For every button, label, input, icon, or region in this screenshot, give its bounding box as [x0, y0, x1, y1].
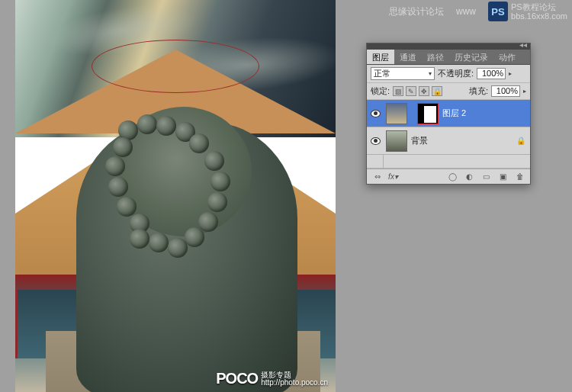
visibility-toggle[interactable] — [367, 137, 384, 145]
mane-curl — [204, 151, 224, 171]
ps-text1: PS教程论坛 — [511, 2, 567, 11]
layer-thumbnail[interactable] — [386, 130, 407, 152]
lock-all-icon[interactable]: 🔒 — [432, 86, 442, 96]
eye-icon — [371, 110, 381, 117]
eye-icon — [371, 137, 381, 145]
folder-icon[interactable]: ▭ — [480, 172, 492, 182]
ps-logo-group: PS PS教程论坛 bbs.16xx8.com — [488, 2, 567, 21]
tab-2[interactable]: 路径 — [422, 50, 449, 64]
ps-text2: bbs.16xx8.com — [511, 11, 567, 21]
lock-icon: 🔒 — [516, 137, 530, 145]
lock-transparent-icon[interactable]: ▨ — [393, 86, 403, 96]
layer-name[interactable]: 图层 2 — [439, 108, 530, 119]
chevron-right-icon[interactable]: ▸ — [523, 88, 526, 95]
trash-icon[interactable]: 🗑 — [514, 172, 525, 182]
lock-icons: ▨ ✎ ✥ 🔒 — [393, 86, 442, 96]
document-canvas[interactable]: POCO 摄影专题 http://photo.poco.cn — [15, 0, 336, 392]
annotation-oval — [92, 40, 259, 93]
layers-list: 图层 2背景🔒 — [367, 100, 530, 155]
mane-curl — [207, 192, 227, 212]
mask-icon[interactable]: ◯ — [447, 172, 458, 182]
visibility-toggle[interactable] — [367, 110, 384, 117]
tab-3[interactable]: 历史记录 — [449, 50, 493, 64]
lock-fill-row: 锁定: ▨ ✎ ✥ 🔒 填充: 100% ▸ — [367, 83, 530, 100]
panel-tabs: 图层通道路径历史记录动作 — [367, 50, 530, 65]
mane-curl — [113, 137, 133, 157]
layer-name[interactable]: 背景 — [407, 135, 516, 146]
panel-footer: ⇔ fx▾ ◯ ◐ ▭ ▣ 🗑 — [367, 169, 530, 184]
site1-url: www — [456, 6, 476, 17]
mane-curl — [137, 114, 157, 134]
wm-title: 摄影专题 — [261, 371, 328, 379]
wm-url: http://photo.poco.cn — [261, 379, 328, 387]
spacer-row — [367, 155, 530, 169]
layer-thumbnail[interactable] — [386, 103, 407, 124]
mane-curl — [130, 229, 149, 249]
mane-curl — [198, 212, 218, 232]
mane-curl — [156, 116, 176, 136]
site1-label: 思缘设计论坛 — [389, 5, 444, 18]
watermark-bottom: POCO 摄影专题 http://photo.poco.cn — [216, 370, 328, 387]
mane-curl — [185, 227, 204, 247]
layers-panel[interactable]: 图层通道路径历史记录动作 正常 ▾ 不透明度: 100% ▸ 锁定: ▨ ✎ ✥… — [366, 43, 531, 185]
fx-icon[interactable]: fx▾ — [387, 172, 399, 182]
layer-row[interactable]: 图层 2 — [367, 100, 530, 127]
watermark-top: 思缘设计论坛 www PS PS教程论坛 bbs.16xx8.com — [389, 2, 567, 21]
lock-label: 锁定: — [371, 85, 390, 97]
mane-curl — [189, 133, 209, 153]
blend-opacity-row: 正常 ▾ 不透明度: 100% ▸ — [367, 65, 530, 83]
mane-curl — [105, 156, 125, 176]
adjustment-icon[interactable]: ◐ — [464, 172, 475, 182]
tab-0[interactable]: 图层 — [367, 50, 394, 64]
opacity-label: 不透明度: — [438, 68, 474, 79]
mane-curl — [108, 177, 128, 197]
ps-icon: PS — [488, 2, 508, 21]
mane-curl — [149, 233, 169, 252]
fill-input[interactable]: 100% — [491, 85, 520, 97]
dropdown-arrow-icon: ▾ — [429, 70, 432, 77]
mane-curl — [210, 172, 230, 191]
blend-mode-value: 正常 — [374, 68, 390, 79]
lock-brush-icon[interactable]: ✎ — [406, 86, 416, 96]
opacity-input[interactable]: 100% — [477, 68, 506, 79]
panel-topbar[interactable] — [367, 43, 530, 50]
blend-mode-select[interactable]: 正常 ▾ — [371, 67, 435, 80]
tab-1[interactable]: 通道 — [394, 50, 422, 64]
mane-curl — [117, 197, 137, 217]
fill-label: 填充: — [469, 85, 488, 97]
poco-logo: POCO — [216, 370, 258, 387]
new-layer-icon[interactable]: ▣ — [497, 172, 509, 182]
layer-row[interactable]: 背景🔒 — [367, 127, 530, 155]
tab-4[interactable]: 动作 — [493, 50, 521, 64]
mask-thumbnail[interactable] — [417, 103, 439, 124]
link-layers-icon[interactable]: ⇔ — [371, 172, 383, 182]
mane-curl — [168, 238, 188, 258]
chevron-right-icon[interactable]: ▸ — [509, 70, 512, 77]
lock-move-icon[interactable]: ✥ — [419, 86, 429, 96]
